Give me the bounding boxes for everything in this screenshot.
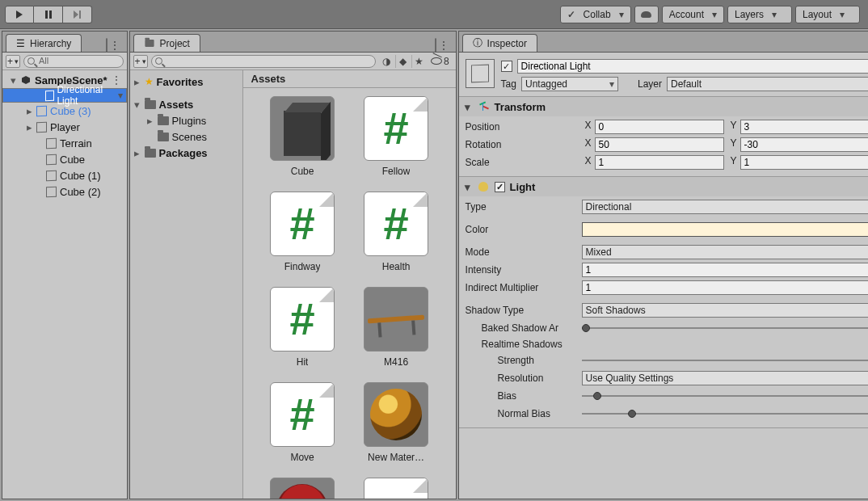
light-mode-dropdown[interactable]: Mixed: [582, 245, 868, 259]
info-icon: ⓘ: [473, 36, 482, 50]
position-y[interactable]: [740, 120, 868, 134]
color-field[interactable]: [582, 222, 868, 237]
project-folders: ★Favorites Assets Plugins Scenes Package…: [130, 70, 243, 499]
asset-item[interactable]: #Findway: [258, 192, 347, 272]
indirect-field[interactable]: [582, 280, 868, 295]
asset-item[interactable]: #Move: [258, 382, 347, 463]
strength-slider[interactable]: [582, 355, 868, 366]
play-button[interactable]: [5, 6, 34, 23]
packages-row[interactable]: Packages: [130, 145, 242, 161]
prop-label: Baked Shadow Ar: [466, 322, 579, 334]
light-icon: [477, 180, 490, 193]
light-type-dropdown[interactable]: Directional: [582, 200, 868, 214]
scale-x[interactable]: [595, 155, 724, 170]
favorites-row[interactable]: ★Favorites: [130, 74, 242, 90]
collab-dropdown[interactable]: Collab: [560, 6, 631, 23]
scale-y[interactable]: [740, 155, 868, 170]
project-tab[interactable]: Project: [133, 34, 200, 52]
filter-label-icon[interactable]: ◆: [395, 55, 410, 68]
cloud-icon: [641, 11, 651, 18]
hierarchy-item[interactable]: Terrain: [2, 135, 127, 151]
svg-rect-4: [79, 11, 81, 19]
asset-item[interactable]: [258, 478, 347, 499]
hierarchy-item-label: Terrain: [60, 137, 92, 149]
assets-row[interactable]: Assets: [130, 96, 242, 112]
lock-icon[interactable]: [106, 38, 107, 53]
scene-menu-icon[interactable]: [111, 74, 127, 86]
hierarchy-item[interactable]: Cube (2): [2, 183, 127, 200]
asset-item[interactable]: New Mater…: [352, 382, 440, 463]
svg-marker-0: [16, 11, 23, 19]
hierarchy-item[interactable]: Player: [2, 119, 127, 135]
hierarchy-item[interactable]: Cube: [2, 151, 127, 167]
create-dropdown[interactable]: +▾: [6, 55, 20, 68]
cloud-button[interactable]: [634, 6, 659, 23]
step-button[interactable]: [63, 6, 92, 23]
hierarchy-search[interactable]: All: [23, 55, 124, 68]
hierarchy-panel: ☰ Hierarchy +▾ All SampleScene* Direc: [2, 31, 128, 499]
prop-label: Mode: [466, 246, 579, 258]
rotation-x[interactable]: [595, 137, 724, 152]
tag-dropdown[interactable]: Untagged: [521, 77, 618, 91]
unity-icon: [20, 74, 32, 86]
hierarchy-tree: SampleScene* Directional Light Cube (3) …: [2, 70, 127, 499]
pause-button[interactable]: [34, 6, 63, 23]
create-asset-dropdown[interactable]: +▾: [133, 55, 148, 68]
rotation-y[interactable]: [740, 137, 868, 152]
search-icon: [27, 57, 35, 65]
layer-dropdown[interactable]: Default: [667, 77, 868, 91]
bias-slider[interactable]: [582, 390, 868, 402]
baked-shadow-slider[interactable]: [582, 322, 868, 334]
folder-icon: [145, 149, 156, 158]
favorite-filter-icon[interactable]: ★: [411, 55, 426, 68]
lock-icon[interactable]: [435, 38, 436, 53]
breadcrumb[interactable]: Assets: [243, 70, 456, 88]
hierarchy-tab[interactable]: ☰ Hierarchy: [6, 34, 82, 52]
script-icon: #: [384, 201, 409, 246]
asset-item[interactable]: Cube: [258, 96, 347, 177]
hierarchy-item[interactable]: Directional Light: [2, 88, 127, 103]
normal-bias-slider[interactable]: [582, 408, 868, 419]
panel-menu-icon[interactable]: [438, 39, 449, 52]
project-tab-label: Project: [160, 38, 190, 49]
project-search[interactable]: [151, 55, 376, 68]
shadow-resolution-dropdown[interactable]: Use Quality Settings: [582, 371, 868, 385]
component-header[interactable]: Transform: [459, 97, 868, 116]
layout-dropdown[interactable]: Layout: [795, 6, 860, 23]
enabled-checkbox[interactable]: ✓: [501, 61, 512, 72]
component-header[interactable]: ✓ Light: [459, 177, 868, 196]
shadow-type-dropdown[interactable]: Soft Shadows: [582, 303, 868, 318]
hidden-count[interactable]: 8: [428, 56, 453, 67]
asset-item[interactable]: [352, 478, 440, 499]
prop-label: Resolution: [466, 373, 579, 384]
position-x[interactable]: [595, 120, 724, 134]
folder-row[interactable]: Plugins: [130, 112, 242, 128]
hierarchy-item-label: Cube: [60, 154, 85, 166]
folder-icon: [145, 100, 156, 109]
asset-item[interactable]: #Hit: [258, 287, 347, 368]
main-toolbar: Collab Account Layers Layout: [0, 0, 868, 29]
account-dropdown[interactable]: Account: [662, 6, 724, 23]
panel-menu-icon[interactable]: [109, 39, 120, 52]
component-enabled-checkbox[interactable]: ✓: [495, 182, 505, 192]
script-icon: #: [384, 106, 409, 151]
folder-row[interactable]: Scenes: [130, 128, 242, 145]
transform-icon: [477, 100, 490, 113]
asset-item[interactable]: #Health: [352, 192, 440, 272]
layers-label: Layers: [735, 9, 764, 20]
hierarchy-item[interactable]: Cube (1): [2, 167, 127, 183]
inspector-tab[interactable]: ⓘ Inspector: [462, 34, 537, 52]
filter-type-icon[interactable]: ◑: [379, 55, 394, 68]
component-title: Light: [510, 181, 536, 193]
asset-item[interactable]: M416: [352, 287, 440, 368]
folder-icon: [158, 133, 169, 141]
prop-label: Realtime Shadows: [466, 339, 579, 350]
asset-item[interactable]: #Fellow: [352, 96, 440, 177]
name-field[interactable]: [517, 59, 868, 74]
intensity-field[interactable]: [582, 263, 868, 277]
gameobject-icon: [46, 137, 57, 148]
prop-label: Position: [466, 121, 579, 133]
prop-label: Strength: [466, 355, 579, 366]
inspector-tab-label: Inspector: [487, 38, 527, 49]
layers-dropdown[interactable]: Layers: [727, 6, 792, 23]
